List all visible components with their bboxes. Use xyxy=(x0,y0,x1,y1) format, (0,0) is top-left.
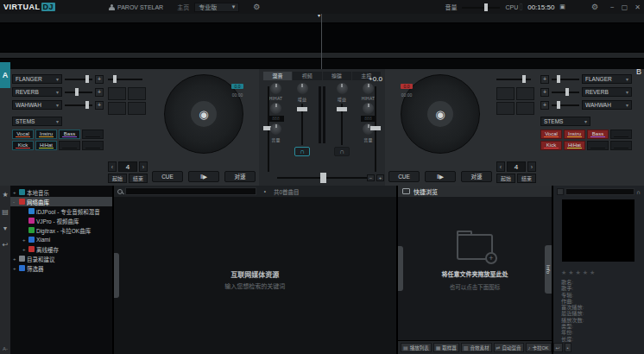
home-label[interactable]: 主页 xyxy=(177,3,189,11)
fx-add-button[interactable]: + xyxy=(95,75,104,84)
record-icon[interactable]: ▣ xyxy=(559,3,565,10)
loop-out-button[interactable]: 结束 xyxy=(517,174,536,183)
fx-select-reverb[interactable]: REVERB▾ xyxy=(582,87,632,97)
fx-knob[interactable] xyxy=(270,83,281,94)
settings-gear-icon[interactable]: ⚙ xyxy=(253,3,260,11)
channel-fader-handle[interactable] xyxy=(337,107,347,111)
play-pause-button[interactable]: Ⅱ▶ xyxy=(425,171,456,182)
track-list-body[interactable]: 互联网媒体资源 输入您想检索的关键词 xyxy=(114,197,396,354)
pitch-plus-button[interactable]: + xyxy=(376,174,384,181)
loop-size-value[interactable]: 4 xyxy=(507,161,526,172)
sideview-karaoke-button[interactable]: ♪ 卡拉OK xyxy=(526,343,552,352)
master-volume-slider[interactable] xyxy=(462,3,500,11)
sideview-automix-button[interactable]: ⇄ 自动混音 xyxy=(494,343,524,352)
channel-a-fader[interactable] xyxy=(296,104,308,145)
hotcue-pad[interactable] xyxy=(128,87,146,100)
pitch-fader[interactable] xyxy=(370,86,381,172)
tree-item-xiami[interactable]: + Xiami xyxy=(10,235,112,244)
tree-item-idjpool[interactable]: iDJPool - 专业音频和混音 xyxy=(10,206,112,216)
stem-vocal-pad[interactable]: Vocal xyxy=(12,130,34,139)
pad-slider-handle[interactable] xyxy=(113,75,117,83)
info-option-button[interactable] xyxy=(557,188,564,195)
user-account[interactable]: PAROV STELAR xyxy=(109,4,163,10)
fx-amount-slider[interactable] xyxy=(65,75,92,83)
sideview-playlist-button[interactable]: ▤ 播放列表 xyxy=(401,343,432,352)
tree-item-online-library[interactable]: - 网络曲库 xyxy=(10,197,112,206)
fx-add-button[interactable]: + xyxy=(540,101,549,110)
sideview-more-button[interactable]: ↩ xyxy=(553,343,563,352)
fx-amount-slider[interactable] xyxy=(552,101,579,109)
filter-knob[interactable] xyxy=(270,123,281,135)
font-size-control[interactable]: A- xyxy=(3,346,8,351)
stems-select[interactable]: STEMS▾ xyxy=(12,117,62,126)
waveform-lane-a[interactable] xyxy=(0,23,644,52)
history-back-icon[interactable]: ↩ xyxy=(3,241,9,249)
tab-mixer[interactable]: 混音 xyxy=(263,72,292,80)
pfl-a-button[interactable]: ∩ xyxy=(294,147,310,156)
edition-dropdown[interactable]: 专业版 ▾ xyxy=(194,3,239,12)
hotcue-pad[interactable] xyxy=(496,102,515,115)
hotcue-pad[interactable] xyxy=(516,102,534,115)
hotcue-pad[interactable] xyxy=(516,87,534,100)
expand-toggle[interactable]: + xyxy=(13,190,17,195)
tree-item-local-music[interactable]: + 本地音乐 xyxy=(10,187,112,197)
loop-out-button[interactable]: 结束 xyxy=(129,174,148,183)
stem-empty-pad[interactable] xyxy=(82,141,104,150)
pitch-minus-button[interactable]: − xyxy=(367,174,375,181)
loop-double-button[interactable]: › xyxy=(139,161,148,172)
stem-bass-pad[interactable]: Bass xyxy=(59,130,80,139)
fx-add-button[interactable]: + xyxy=(540,88,549,97)
expand-toggle[interactable]: + xyxy=(22,247,27,252)
cue-button[interactable]: CUE xyxy=(152,171,183,182)
channel-fader-handle[interactable] xyxy=(297,107,307,111)
expand-toggle[interactable]: + xyxy=(22,237,27,243)
fx-select-wahwah[interactable]: WAHWAH▾ xyxy=(582,100,632,110)
fx-slider-handle[interactable] xyxy=(85,75,89,83)
pitch-fader-handle[interactable] xyxy=(370,126,381,130)
expand-toggle[interactable]: - xyxy=(13,199,17,205)
stem-bass-pad[interactable]: Bass xyxy=(587,130,609,139)
stem-instru-pad[interactable]: Instru xyxy=(35,130,57,139)
quick-browse-body[interactable]: + 将任意文件夹拖放至此处 也可以点击下面图标 Info xyxy=(398,197,552,340)
sync-button[interactable]: 对速 xyxy=(461,171,492,182)
stem-empty-pad[interactable] xyxy=(610,141,632,150)
stem-kick-pad[interactable]: Kick xyxy=(540,141,562,150)
search-input[interactable] xyxy=(125,187,256,195)
loop-in-button[interactable]: 起始 xyxy=(496,174,515,183)
fx-slider-handle[interactable] xyxy=(565,88,569,96)
hotcue-pad[interactable] xyxy=(128,102,146,115)
stem-hihat-pad[interactable]: HiHat xyxy=(564,141,585,150)
filter-funnel-icon[interactable]: ▼ xyxy=(3,225,9,231)
fx-add-button[interactable]: + xyxy=(540,75,549,84)
fx-slider-handle[interactable] xyxy=(85,101,89,109)
rating-stars[interactable]: ★ ★ ★ ★ ★ xyxy=(557,269,641,276)
hotcue-pad[interactable] xyxy=(108,102,126,115)
sideview-effects-button[interactable]: ▥ 音效素材 xyxy=(461,343,492,352)
crossfader-handle[interactable] xyxy=(320,173,326,183)
info-tab[interactable]: Info xyxy=(545,245,552,294)
fx-amount-slider[interactable] xyxy=(552,75,579,83)
favorites-star-icon[interactable]: ★ xyxy=(2,191,8,199)
prelisten-phones-icon[interactable]: ∩ xyxy=(636,189,641,195)
pfl-b-button[interactable]: ∩ xyxy=(334,147,350,156)
fx-slider-handle[interactable] xyxy=(75,88,79,96)
waveform-display[interactable]: ▾ xyxy=(0,14,644,69)
expand-toggle[interactable]: + xyxy=(13,256,17,262)
playlist-card-icon[interactable]: ▤ xyxy=(2,208,9,216)
waveform-overview-strip[interactable] xyxy=(0,14,644,23)
fx-select-flanger[interactable]: FLANGER▾ xyxy=(12,74,62,84)
maximize-button[interactable]: ▢ xyxy=(622,3,628,11)
stem-instru-pad[interactable]: Instru xyxy=(564,130,585,139)
play-pause-button[interactable]: Ⅱ▶ xyxy=(188,171,219,182)
hotcue-pad[interactable] xyxy=(108,87,126,100)
waveform-lane-b[interactable] xyxy=(0,59,644,68)
stem-empty-pad[interactable] xyxy=(82,130,104,139)
fx-amount-slider[interactable] xyxy=(552,88,579,96)
loop-half-button[interactable]: ‹ xyxy=(496,161,505,172)
tree-item-filters[interactable]: + 筛选器 xyxy=(10,263,112,273)
fx-slider-handle[interactable] xyxy=(557,75,560,83)
fx-amount-slider[interactable] xyxy=(65,88,92,96)
star-icon[interactable]: ★ xyxy=(561,269,566,276)
fx-slider-handle[interactable] xyxy=(557,101,560,109)
star-icon[interactable]: ★ xyxy=(568,269,573,276)
